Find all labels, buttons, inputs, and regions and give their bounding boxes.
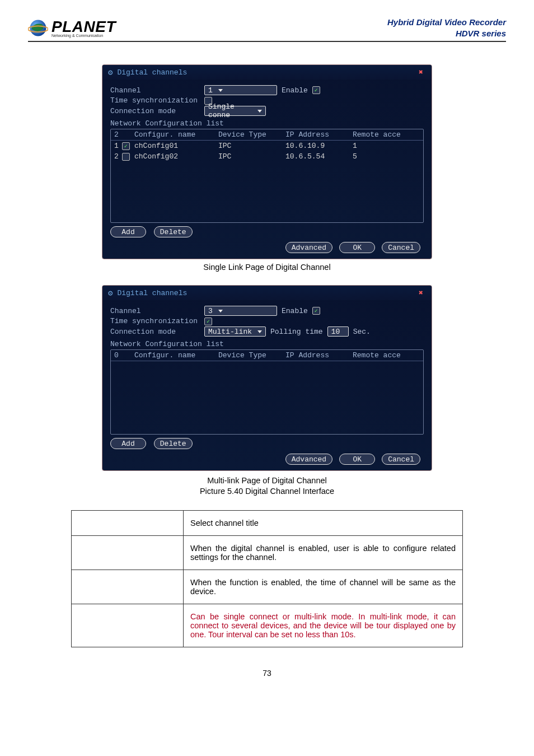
list-header: 0 Configur. name Device Type IP Address … — [111, 350, 423, 361]
list-row[interactable]: 2 chConfig02 IPC 10.6.5.54 5 — [111, 151, 423, 162]
brand-logo: PLANET Networking & Communication — [28, 18, 116, 38]
info-key — [72, 604, 184, 647]
row-ip: 10.6.10.9 — [285, 142, 353, 150]
close-icon[interactable]: ✖ — [416, 288, 426, 298]
row-device-type: IPC — [218, 152, 285, 161]
info-value: Select channel title — [184, 510, 463, 535]
list-header: 2 Configur. name Device Type IP Address … — [111, 129, 423, 141]
delete-button[interactable]: Delete — [154, 438, 193, 449]
row-remote-access: 5 — [353, 152, 420, 161]
col-remote-access: Remote acce — [353, 130, 420, 139]
channel-select[interactable]: 1 — [204, 85, 277, 95]
list-row[interactable]: 1 chConfig01 IPC 10.6.10.9 1 — [111, 141, 423, 151]
page-header: PLANET Networking & Communication Hybrid… — [28, 17, 506, 42]
col-config-name: Configur. name — [134, 351, 218, 360]
row-index: 2 — [114, 152, 119, 161]
close-icon[interactable]: ✖ — [416, 67, 426, 77]
enable-label: Enable — [282, 307, 308, 315]
info-value: Can be single connect or multi-link mode… — [184, 604, 463, 647]
caption-line2: Picture 5.40 Digital Channel Interface — [28, 486, 506, 497]
chevron-down-icon — [257, 110, 262, 113]
caption-line1: Multi-link Page of Digital Channel — [28, 475, 506, 486]
doc-title-line1: Hybrid Digital Video Recorder — [387, 17, 506, 28]
chevron-down-icon — [218, 310, 223, 312]
advanced-button[interactable]: Advanced — [285, 242, 332, 253]
col-index: 2 — [114, 130, 134, 139]
connection-mode-value: Multi-link — [208, 328, 252, 336]
col-device-type: Device Type — [218, 351, 285, 360]
channel-label: Channel — [110, 86, 200, 95]
table-row: When the digital channel is enabled, use… — [72, 535, 463, 570]
network-config-list: 2 Configur. name Device Type IP Address … — [110, 129, 424, 223]
enable-checkbox[interactable] — [312, 86, 320, 94]
row-index: 1 — [114, 142, 119, 150]
network-config-list-label: Network Configuration list — [110, 338, 424, 349]
time-sync-checkbox[interactable] — [204, 318, 212, 325]
info-key — [72, 510, 184, 535]
planet-globe-icon — [28, 18, 48, 38]
info-table: Select channel title When the digital ch… — [71, 510, 463, 647]
header-right: Hybrid Digital Video Recorder HDVR serie… — [387, 17, 506, 39]
channel-value: 1 — [208, 86, 213, 95]
delete-button[interactable]: Delete — [154, 226, 193, 237]
advanced-button[interactable]: Advanced — [285, 454, 332, 465]
connection-mode-label: Connection mode — [110, 328, 200, 336]
connection-mode-select[interactable]: Multi-link — [204, 326, 266, 337]
connection-mode-value: Single conne — [208, 102, 252, 119]
channel-select[interactable]: 3 — [204, 306, 277, 316]
row-config-name: chConfig02 — [134, 152, 218, 161]
row-remote-access: 1 — [353, 142, 420, 150]
polling-time-input[interactable]: 10 — [327, 326, 349, 337]
row-device-type: IPC — [218, 142, 285, 150]
add-button[interactable]: Add — [110, 438, 146, 449]
polling-time-unit: Sec. — [353, 328, 371, 336]
network-config-list: 0 Configur. name Device Type IP Address … — [110, 349, 424, 435]
info-value: When the function is enabled, the time o… — [184, 570, 463, 604]
network-config-list-label: Network Configuration list — [110, 117, 424, 129]
channel-value: 3 — [208, 307, 213, 315]
table-row: When the function is enabled, the time o… — [72, 570, 463, 604]
cancel-button[interactable]: Cancel — [382, 242, 420, 253]
doc-title-line2: HDVR series — [387, 28, 506, 39]
table-row: Select channel title — [72, 510, 463, 535]
ok-button[interactable]: OK — [339, 454, 375, 465]
dialog-digital-channels-single: ⚙ Digital channels ✖ Channel 1 Enable Ti… — [102, 64, 432, 259]
title-bar: ⚙ Digital channels ✖ — [102, 65, 432, 80]
row-checkbox[interactable] — [122, 153, 130, 161]
settings-icon: ⚙ — [108, 288, 113, 298]
time-sync-label: Time synchronization — [110, 96, 200, 105]
col-ip-address: IP Address — [285, 130, 353, 139]
caption-multi-link: Multi-link Page of Digital Channel Pictu… — [28, 475, 506, 497]
enable-label: Enable — [282, 86, 308, 95]
add-button[interactable]: Add — [110, 226, 146, 237]
col-remote-access: Remote acce — [353, 351, 420, 360]
enable-checkbox[interactable] — [312, 307, 320, 315]
channel-label: Channel — [110, 307, 200, 315]
dialog-title: Digital channels — [117, 68, 187, 77]
chevron-down-icon — [257, 330, 262, 333]
col-device-type: Device Type — [218, 130, 285, 139]
connection-mode-label: Connection mode — [110, 107, 200, 115]
connection-mode-select[interactable]: Single conne — [204, 106, 266, 116]
row-ip: 10.6.5.54 — [285, 152, 353, 161]
dialog-title: Digital channels — [117, 289, 187, 297]
col-ip-address: IP Address — [285, 351, 353, 360]
page-number: 73 — [28, 669, 506, 678]
cancel-button[interactable]: Cancel — [382, 454, 420, 465]
info-key — [72, 570, 184, 604]
dialog-digital-channels-multi: ⚙ Digital channels ✖ Channel 3 Enable Ti… — [102, 285, 432, 471]
title-bar: ⚙ Digital channels ✖ — [102, 286, 432, 300]
row-config-name: chConfig01 — [134, 142, 218, 150]
settings-icon: ⚙ — [108, 68, 113, 77]
caption-single-link: Single Link Page of Digital Channel — [28, 263, 506, 272]
table-row: Can be single connect or multi-link mode… — [72, 604, 463, 647]
ok-button[interactable]: OK — [339, 242, 375, 253]
polling-time-label: Polling time — [270, 328, 323, 336]
col-config-name: Configur. name — [134, 130, 218, 139]
row-checkbox[interactable] — [122, 142, 130, 150]
time-sync-label: Time synchronization — [110, 317, 200, 325]
chevron-down-icon — [218, 89, 223, 92]
polling-time-value: 10 — [331, 328, 340, 336]
info-value: When the digital channel is enabled, use… — [184, 535, 463, 570]
col-index: 0 — [114, 351, 134, 360]
